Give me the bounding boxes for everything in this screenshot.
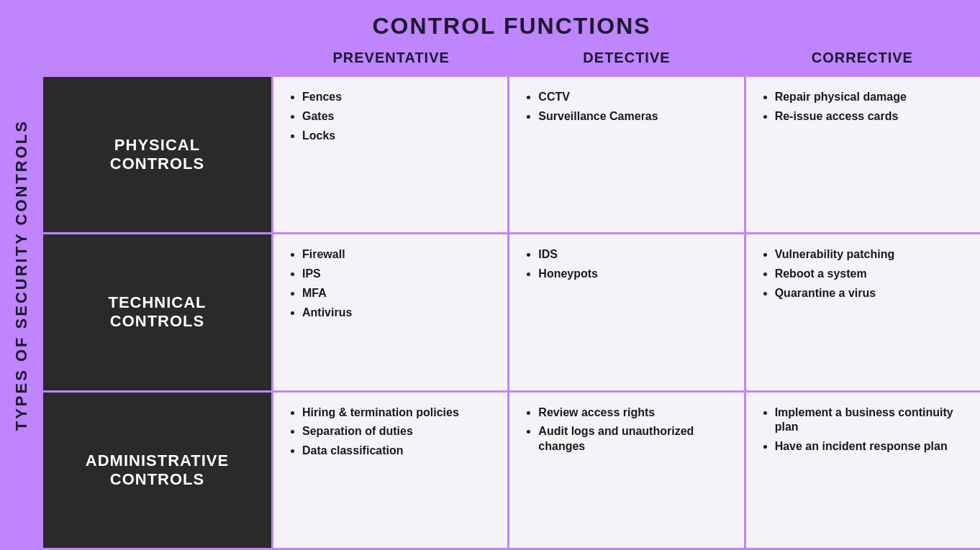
row-type-physical: PHYSICAL CONTROLS: [43, 77, 273, 232]
list-item: IPS: [302, 267, 493, 282]
list-physical-detective: CCTVSurveillance Cameras: [524, 90, 729, 124]
cell-technical-corrective: Vulnerability patchingReboot a systemQua…: [746, 234, 980, 390]
main-grid: PHYSICAL CONTROLSFencesGatesLocksCCTVSur…: [43, 75, 980, 550]
list-item: Implement a business continuity plan: [775, 405, 966, 436]
list-item: Audit logs and unauthorized changes: [538, 424, 729, 454]
row-type-label-technical: TECHNICAL CONTROLS: [108, 293, 206, 331]
list-item: Vulnerability patching: [775, 247, 966, 262]
list-item: Have an incident response plan: [775, 439, 966, 454]
row-physical: PHYSICAL CONTROLSFencesGatesLocksCCTVSur…: [43, 75, 980, 232]
list-item: Honeypots: [538, 267, 729, 282]
side-label: TYPES OF SECURITY CONTROLS: [0, 0, 43, 550]
col-header-corrective: CORRECTIVE: [745, 47, 980, 69]
col-header-preventative: PREVENTATIVE: [273, 47, 509, 69]
list-item: CCTV: [538, 90, 729, 105]
cell-technical-detective: IDSHoneypots: [509, 234, 745, 390]
list-item: IDS: [538, 247, 729, 262]
list-administrative-preventative: Hiring & termination policiesSeparation …: [288, 405, 493, 459]
top-header: CONTROL FUNCTIONS: [0, 0, 980, 47]
chart-container: TYPES OF SECURITY CONTROLS CONTROL FUNCT…: [0, 0, 980, 550]
cell-physical-corrective: Repair physical damageRe-issue access ca…: [746, 77, 980, 232]
list-technical-corrective: Vulnerability patchingReboot a systemQua…: [761, 247, 966, 301]
side-label-text: TYPES OF SECURITY CONTROLS: [12, 119, 31, 431]
row-type-label-physical: PHYSICAL CONTROLS: [110, 136, 204, 173]
list-item: Repair physical damage: [775, 90, 966, 105]
list-item: Locks: [302, 129, 493, 144]
column-headers: PREVENTATIVE DETECTIVE CORRECTIVE: [43, 47, 980, 75]
cell-physical-preventative: FencesGatesLocks: [273, 77, 509, 232]
row-type-technical: TECHNICAL CONTROLS: [43, 234, 273, 390]
list-item: Surveillance Cameras: [538, 109, 729, 124]
list-item: Re-issue access cards: [775, 109, 966, 124]
list-technical-preventative: FirewallIPSMFAAntivirus: [288, 247, 493, 320]
main-title: CONTROL FUNCTIONS: [372, 13, 650, 39]
list-item: Quarantine a virus: [775, 286, 966, 301]
cell-administrative-corrective: Implement a business continuity planHave…: [746, 393, 980, 548]
header-spacer: [43, 47, 273, 69]
list-item: Hiring & termination policies: [302, 405, 493, 421]
row-technical: TECHNICAL CONTROLSFirewallIPSMFAAntiviru…: [43, 232, 980, 390]
list-item: MFA: [302, 286, 493, 301]
list-physical-corrective: Repair physical damageRe-issue access ca…: [761, 90, 966, 124]
row-type-administrative: ADMINISTRATIVE CONTROLS: [43, 393, 273, 548]
list-item: Fences: [302, 90, 493, 105]
cell-administrative-detective: Review access rightsAudit logs and unaut…: [509, 393, 745, 548]
list-item: Antivirus: [302, 306, 493, 321]
list-item: Data classification: [302, 444, 493, 459]
list-administrative-corrective: Implement a business continuity planHave…: [761, 405, 966, 454]
list-item: Separation of duties: [302, 424, 493, 439]
cell-physical-detective: CCTVSurveillance Cameras: [509, 77, 745, 232]
list-item: Gates: [302, 109, 493, 124]
list-technical-detective: IDSHoneypots: [524, 247, 729, 282]
col-header-detective: DETECTIVE: [509, 47, 744, 69]
row-administrative: ADMINISTRATIVE CONTROLSHiring & terminat…: [43, 390, 980, 550]
list-item: Review access rights: [538, 405, 729, 421]
list-item: Reboot a system: [775, 267, 966, 282]
data-rows: PHYSICAL CONTROLSFencesGatesLocksCCTVSur…: [43, 75, 980, 550]
cell-administrative-preventative: Hiring & termination policiesSeparation …: [273, 393, 509, 548]
cell-technical-preventative: FirewallIPSMFAAntivirus: [273, 234, 509, 390]
row-type-label-administrative: ADMINISTRATIVE CONTROLS: [86, 452, 229, 489]
list-item: Firewall: [302, 247, 493, 262]
list-administrative-detective: Review access rightsAudit logs and unaut…: [524, 405, 729, 454]
list-physical-preventative: FencesGatesLocks: [288, 90, 493, 143]
